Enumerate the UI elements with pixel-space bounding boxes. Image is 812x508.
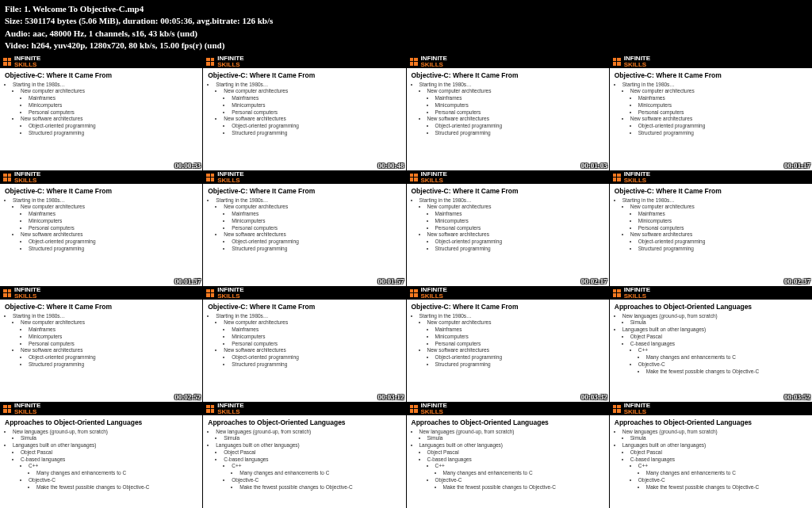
slide-title: Approaches to Object-Oriented Languages xyxy=(615,303,807,311)
slide-title: Objective-C: Where It Came From xyxy=(412,187,604,195)
slide-bullets: New languages (ground-up, from scratch)S… xyxy=(412,429,604,491)
slide-bullets: Starting in the 1980s…New computer archi… xyxy=(412,82,604,137)
logo-squares-icon xyxy=(206,174,214,181)
slide-content: Objective-C: Where It Came FromStarting … xyxy=(0,300,202,372)
slide-bullets: Starting in the 1980s…New computer archi… xyxy=(5,82,197,137)
timestamp: 00:02:52 xyxy=(174,393,201,401)
thumbnail-cell[interactable]: INFINITESKILLSObjective-C: Where It Came… xyxy=(203,171,405,286)
slide-content: Objective-C: Where It Came FromStarting … xyxy=(610,184,812,256)
logo-squares-icon xyxy=(613,58,621,66)
thumbnail-cell[interactable]: INFINITESKILLSObjective-C: Where It Came… xyxy=(203,55,405,170)
logo-text: INFINITESKILLS xyxy=(421,55,447,68)
slide-bullets: Starting in the 1980s…New computer archi… xyxy=(412,313,604,369)
logo-squares-icon xyxy=(3,405,11,413)
brand-logo: INFINITESKILLS xyxy=(407,171,609,184)
logo-text: INFINITESKILLS xyxy=(14,55,40,68)
thumbnail-cell[interactable]: INFINITESKILLSObjective-C: Where It Came… xyxy=(610,171,812,286)
logo-squares-icon xyxy=(410,289,418,297)
video-label: Video: xyxy=(5,40,29,50)
timestamp: 00:00:48 xyxy=(378,162,404,170)
brand-logo: INFINITESKILLS xyxy=(407,55,609,68)
logo-text: INFINITESKILLS xyxy=(217,171,243,184)
thumbnail-cell[interactable]: INFINITESKILLSObjective-C: Where It Came… xyxy=(0,55,202,170)
thumbnail-cell[interactable]: INFINITESKILLSObjective-C: Where It Came… xyxy=(407,287,609,402)
thumbnail-cell[interactable]: INFINITESKILLSApproaches to Object-Orien… xyxy=(0,403,202,508)
logo-text: INFINITESKILLS xyxy=(217,55,243,68)
slide-content: Objective-C: Where It Came FromStarting … xyxy=(0,184,202,256)
timestamp: 00:01:03 xyxy=(581,162,607,170)
timestamp: 00:02:37 xyxy=(784,277,810,285)
brand-logo: INFINITESKILLS xyxy=(610,55,812,68)
slide-bullets: Starting in the 1980s…New computer archi… xyxy=(412,197,604,253)
brand-logo: INFINITESKILLS xyxy=(203,403,405,415)
thumbnail-cell[interactable]: INFINITESKILLSObjective-C: Where It Came… xyxy=(0,287,202,402)
slide-bullets: Starting in the 1980s…New computer archi… xyxy=(208,82,400,137)
slide-content: Objective-C: Where It Came FromStarting … xyxy=(407,300,609,372)
logo-text: INFINITESKILLS xyxy=(624,55,650,68)
slide-title: Approaches to Object-Oriented Languages xyxy=(412,418,604,426)
logo-squares-icon xyxy=(206,289,214,297)
logo-squares-icon xyxy=(3,174,11,181)
size-value: 5301174 bytes (5.06 MiB), duration: 00:0… xyxy=(25,16,273,25)
logo-text: INFINITESKILLS xyxy=(421,403,447,415)
slide-content: Approaches to Object-Oriented LanguagesN… xyxy=(610,415,812,495)
timestamp: 00:01:17 xyxy=(784,162,810,170)
slide-title: Approaches to Object-Oriented Languages xyxy=(208,418,400,426)
slide-title: Objective-C: Where It Came From xyxy=(208,187,400,195)
timestamp: 00:00:33 xyxy=(174,162,201,170)
logo-text: INFINITESKILLS xyxy=(14,403,40,415)
logo-text: INFINITESKILLS xyxy=(217,403,243,415)
thumbnail-grid: INFINITESKILLSObjective-C: Where It Came… xyxy=(0,55,812,508)
size-label: Size: xyxy=(5,16,23,25)
slide-title: Approaches to Object-Oriented Languages xyxy=(615,418,807,426)
file-label: File: xyxy=(5,4,21,13)
slide-bullets: Starting in the 1980s…New computer archi… xyxy=(5,313,197,369)
thumbnail-cell[interactable]: INFINITESKILLSApproaches to Object-Orien… xyxy=(203,403,405,508)
timestamp: 00:01:57 xyxy=(378,277,404,285)
slide-content: Objective-C: Where It Came FromStarting … xyxy=(610,68,812,140)
slide-title: Objective-C: Where It Came From xyxy=(208,303,400,311)
thumbnail-cell[interactable]: INFINITESKILLSObjective-C: Where It Came… xyxy=(610,55,812,170)
thumbnail-cell[interactable]: INFINITESKILLSApproaches to Object-Orien… xyxy=(407,403,609,508)
slide-bullets: Starting in the 1980s…New computer archi… xyxy=(615,82,807,137)
thumbnail-cell[interactable]: INFINITESKILLSObjective-C: Where It Came… xyxy=(0,171,202,286)
brand-logo: INFINITESKILLS xyxy=(0,403,202,415)
thumbnail-cell[interactable]: INFINITESKILLSObjective-C: Where It Came… xyxy=(407,171,609,286)
slide-title: Objective-C: Where It Came From xyxy=(412,71,604,79)
brand-logo: INFINITESKILLS xyxy=(610,403,812,415)
logo-text: INFINITESKILLS xyxy=(624,287,650,300)
logo-text: INFINITESKILLS xyxy=(421,171,447,184)
video-value: h264, yuv420p, 1280x720, 80 kb/s, 15.00 … xyxy=(32,40,225,50)
slide-title: Approaches to Object-Oriented Languages xyxy=(5,418,197,426)
slide-title: Objective-C: Where It Came From xyxy=(615,187,807,195)
slide-content: Objective-C: Where It Came FromStarting … xyxy=(407,184,609,256)
slide-bullets: Starting in the 1980s…New computer archi… xyxy=(208,197,400,253)
logo-squares-icon xyxy=(206,405,214,413)
slide-content: Objective-C: Where It Came FromStarting … xyxy=(203,184,405,256)
file-info-header: File: 1. Welcome To Objective-C.mp4 Size… xyxy=(0,0,812,55)
thumbnail-cell[interactable]: INFINITESKILLSApproaches to Object-Orien… xyxy=(610,403,812,508)
slide-title: Objective-C: Where It Came From xyxy=(615,71,807,79)
brand-logo: INFINITESKILLS xyxy=(203,55,405,68)
thumbnail-cell[interactable]: INFINITESKILLSObjective-C: Where It Came… xyxy=(407,55,609,170)
brand-logo: INFINITESKILLS xyxy=(0,287,202,300)
logo-text: INFINITESKILLS xyxy=(624,403,650,415)
logo-squares-icon xyxy=(410,174,418,181)
slide-bullets: Starting in the 1980s…New computer archi… xyxy=(615,197,807,253)
slide-title: Objective-C: Where It Came From xyxy=(5,187,197,195)
logo-squares-icon xyxy=(206,58,214,66)
slide-content: Approaches to Object-Oriented LanguagesN… xyxy=(203,415,405,495)
slide-bullets: New languages (ground-up, from scratch)S… xyxy=(615,429,807,491)
logo-squares-icon xyxy=(613,174,621,181)
slide-title: Objective-C: Where It Came From xyxy=(412,303,604,311)
slide-title: Objective-C: Where It Came From xyxy=(208,71,400,79)
thumbnail-cell[interactable]: INFINITESKILLSApproaches to Object-Orien… xyxy=(610,287,812,402)
slide-content: Objective-C: Where It Came FromStarting … xyxy=(203,300,405,372)
logo-text: INFINITESKILLS xyxy=(217,287,243,300)
slide-title: Objective-C: Where It Came From xyxy=(5,71,197,79)
logo-text: INFINITESKILLS xyxy=(14,171,40,184)
audio-label: Audio: xyxy=(5,29,30,38)
logo-text: INFINITESKILLS xyxy=(14,287,40,300)
thumbnail-cell[interactable]: INFINITESKILLSObjective-C: Where It Came… xyxy=(203,287,405,402)
timestamp: 00:02:17 xyxy=(581,277,607,285)
